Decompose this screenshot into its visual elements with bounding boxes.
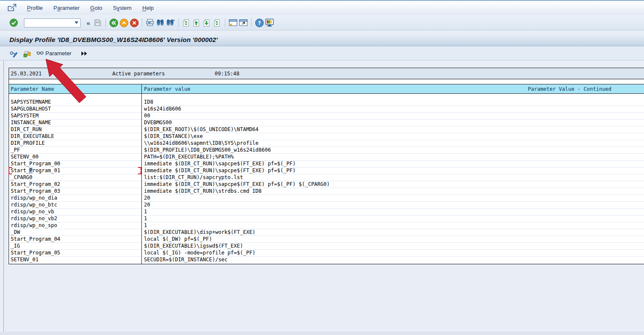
previous-page-icon[interactable] — [192, 18, 202, 28]
find-next-icon[interactable] — [165, 18, 176, 28]
menu-item-system[interactable]: System — [111, 4, 133, 12]
table-row[interactable]: SAPSYSTEM00 — [9, 113, 644, 120]
table-row[interactable]: Start_Program_03immediate $(DIR_CT_RUN)\… — [9, 188, 644, 195]
report-date: 25.03.2021 — [11, 71, 42, 77]
text-cursor: P — [29, 168, 32, 173]
menu-bar: ProfileParameterGotoSystemHelp — [0, 0, 644, 15]
column-separator-line — [141, 84, 142, 264]
table-row[interactable]: _CPARG0list:$(DIR_CT_RUN)/sapcrypto.lst — [9, 174, 644, 181]
system-toolbar: « ? — [0, 15, 644, 30]
first-page-icon[interactable] — [181, 18, 192, 28]
svg-text:?: ? — [258, 20, 261, 26]
find-icon[interactable] — [155, 18, 165, 28]
menu-item-profile[interactable]: Profile — [25, 4, 45, 12]
content-left-border — [3, 61, 4, 332]
print-icon[interactable] — [145, 18, 155, 28]
menu-items: ProfileParameterGotoSystemHelp — [25, 4, 156, 12]
table-row[interactable]: SAPSYSTEMNAMEID8 — [9, 99, 644, 106]
sap-screen-icon[interactable] — [7, 3, 17, 12]
toolbar-separator — [225, 18, 225, 27]
column-header-parameter-value: Parameter value — [144, 86, 190, 92]
table-left-border — [9, 68, 9, 264]
column-header-parameter-name: Parameter Name — [11, 86, 54, 92]
table-row[interactable]: Start_Program_05local $(_IG) -mode=profi… — [9, 250, 644, 257]
table-row[interactable]: SETENV_01SECUDIR=$(DIR_INSTANCE)/sec — [9, 257, 644, 263]
help-icon[interactable]: ? — [254, 18, 264, 28]
application-toolbar: Parameter — [0, 47, 644, 60]
table-row[interactable]: rdisp/wp_no_vb21 — [9, 215, 644, 222]
table-row[interactable]: rdisp/wp_no_dia20 — [9, 195, 644, 202]
cancel-icon[interactable] — [129, 18, 139, 28]
toolbar-separator — [178, 18, 179, 27]
table-row[interactable]: rdisp/wp_no_btc20 — [9, 202, 644, 209]
last-page-icon[interactable] — [212, 18, 222, 28]
copy-structure-icon[interactable] — [23, 50, 31, 57]
table-row[interactable]: DIR_EXECUTABLE$(DIR_INSTANCE)\exe — [9, 133, 644, 140]
table-row[interactable]: _PF$(DIR_PROFILE)\ID8_DVEBMGS00_w16s24id… — [9, 147, 644, 154]
command-input[interactable] — [26, 19, 72, 27]
customize-layout-icon[interactable] — [264, 18, 275, 28]
table-row[interactable]: rdisp/wp_no_vb1 — [9, 209, 644, 215]
table-row[interactable]: DIR_CT_RUN$(DIR_EXE_ROOT)\$(OS_UNICODE)\… — [9, 126, 644, 133]
display-change-icon[interactable] — [9, 50, 18, 57]
selection-corner-icon — [138, 167, 141, 170]
table-gap — [9, 80, 644, 84]
create-shortcut-icon[interactable] — [238, 18, 249, 28]
column-header-value-continued: Parameter Value - Continued — [528, 86, 611, 92]
parameter-button-label: Parameter — [45, 50, 72, 57]
enter-check-icon[interactable] — [9, 18, 19, 28]
selection-corner-icon — [9, 171, 12, 174]
menu-item-help[interactable]: Help — [141, 4, 156, 12]
table-row[interactable]: rdisp/wp_no_spo1 — [9, 222, 644, 229]
toolbar-separator — [105, 18, 106, 27]
collapse-icon[interactable]: « — [84, 19, 93, 27]
table-row[interactable]: _DW$(DIR_EXECUTABLE)\disp+work$(FT_EXE) — [9, 229, 644, 236]
parameter-button[interactable]: Parameter — [36, 50, 72, 57]
exit-icon[interactable] — [119, 18, 129, 28]
toolbar-separator — [251, 18, 252, 27]
table-row[interactable]: Start_Program_01immediate $(DIR_CT_RUN)\… — [9, 168, 644, 174]
parameter-rows: SAPSYSTEMNAMEID8SAPGLOBALHOSTw16s24id860… — [9, 94, 644, 264]
selection-corner-icon — [138, 171, 141, 174]
table-row[interactable]: SETENV_00PATH=$(DIR_EXECUTABLE);%PATH% — [9, 154, 644, 161]
command-field[interactable] — [24, 18, 81, 27]
page-title: Display Profile 'ID8_DVEBMGS00_W16S24ID8… — [9, 36, 218, 43]
back-icon[interactable] — [108, 18, 119, 28]
table-row[interactable]: DIR_PROFILE\\w16s24id8606\sapmnt\ID8\SYS… — [9, 140, 644, 147]
table-row[interactable]: _IG$(DIR_EXECUTABLE)\igswd$(FT_EXE) — [9, 243, 644, 250]
report-title: Active parameters — [112, 71, 165, 77]
table-row[interactable]: SAPGLOBALHOSTw16s24id8606 — [9, 106, 644, 113]
table-row[interactable]: Start_Program_02immediate $(DIR_CT_RUN)\… — [9, 181, 644, 188]
new-session-icon[interactable] — [228, 18, 238, 28]
bottom-strip — [0, 332, 644, 335]
fast-forward-icon[interactable] — [81, 51, 88, 56]
column-header-row: Parameter Name Parameter value Parameter… — [9, 84, 644, 94]
title-bar: Display Profile 'ID8_DVEBMGS00_W16S24ID8… — [0, 33, 644, 46]
toolbar-separator — [142, 18, 142, 27]
report-header-row: 25.03.2021 Active parameters 09:15:48 — [9, 68, 644, 79]
table-row[interactable]: INSTANCE_NAMEDVEBMGS00 — [9, 120, 644, 126]
table-row[interactable]: Start_Program_00immediate $(DIR_CT_RUN)\… — [9, 161, 644, 168]
next-page-icon[interactable] — [202, 18, 212, 28]
parameter-glasses-icon — [36, 50, 44, 57]
save-icon[interactable] — [93, 18, 103, 28]
menu-item-goto[interactable]: Goto — [89, 4, 104, 12]
report-time: 09:15:48 — [215, 71, 240, 77]
menu-item-parameter[interactable]: Parameter — [52, 4, 81, 12]
selection-corner-icon — [9, 167, 12, 170]
chevron-down-icon[interactable] — [72, 21, 80, 24]
table-row[interactable]: Start_Program_04local $(_DW) pf=$(_PF) — [9, 236, 644, 243]
